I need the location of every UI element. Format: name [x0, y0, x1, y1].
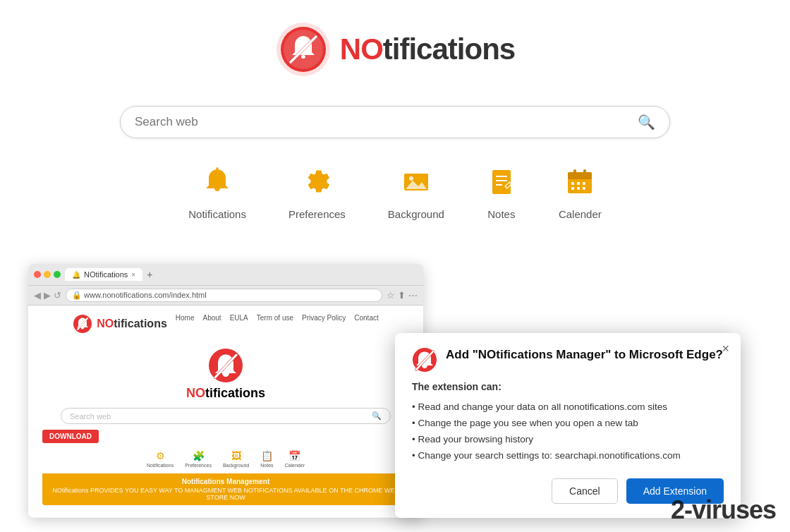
browser-tab[interactable]: 🔔 NOtifications ×: [65, 268, 142, 281]
nav-item-background[interactable]: Background: [388, 167, 444, 220]
nav-item-preferences[interactable]: Preferences: [288, 167, 346, 220]
browser-nav-btns: ◀ ▶ ↺: [34, 290, 61, 301]
svg-rect-21: [577, 187, 580, 190]
mini-search-placeholder: Search web: [70, 412, 111, 421]
browser-chrome: 🔔 NOtifications × +: [28, 264, 423, 286]
svg-rect-18: [577, 182, 580, 185]
mini-nav-notifications[interactable]: ⚙ Notifications: [147, 450, 174, 468]
mini-big-text: NOtifications: [186, 386, 265, 401]
mini-search-bar[interactable]: Search web 🔍: [61, 408, 391, 424]
dialog-subtitle: The extension can:: [412, 381, 724, 392]
dialog-header: Add "NOtifications Manager" to Microsoft…: [412, 347, 724, 373]
tab-favicon: 🔔: [72, 271, 80, 279]
extension-dialog: Add "NOtifications Manager" to Microsoft…: [395, 333, 741, 518]
mini-big-icon: [208, 348, 243, 383]
dot-minimize[interactable]: [44, 271, 51, 278]
star-btn[interactable]: ☆: [387, 290, 395, 301]
top-section: NOtifications 🔍 Notifications: [0, 0, 790, 220]
menu-btn[interactable]: ⋯: [408, 290, 418, 301]
nav-eula[interactable]: EULA: [230, 314, 248, 341]
svg-rect-22: [583, 187, 585, 190]
svg-rect-3: [301, 55, 305, 59]
mini-nav-icons: ⚙ Notifications 🧩 Preferences 🖼 Backgrou…: [147, 450, 305, 468]
permission-3: • Read your browsing history: [412, 432, 724, 448]
browser-content: NOtifications Home About EULA Term of us…: [28, 306, 423, 517]
new-tab-btn[interactable]: +: [147, 269, 152, 280]
refresh-btn[interactable]: ↺: [54, 290, 61, 301]
search-bar[interactable]: 🔍: [120, 106, 670, 138]
permission-4: • Change your search settings to: search…: [412, 448, 724, 464]
nav-privacy[interactable]: Privacy Policy: [302, 314, 346, 341]
permission-2: • Change the page you see when you open …: [412, 416, 724, 432]
svg-rect-20: [571, 187, 574, 190]
mini-nav-prefs[interactable]: 🧩 Preferences: [185, 450, 212, 468]
nav-terms[interactable]: Term of use: [257, 314, 293, 341]
nav-label-background: Background: [388, 208, 444, 220]
mini-notes-label: Notes: [260, 463, 273, 468]
svg-point-8: [409, 176, 413, 181]
address-bar[interactable]: 🔒 www.nonotifications.com/index.html: [66, 289, 382, 302]
mini-nav-notes[interactable]: 📋 Notes: [260, 450, 273, 468]
dialog-title: Add "NOtifications Manager" to Microsoft…: [446, 347, 723, 363]
mini-logo-text: NOtifications: [97, 318, 167, 330]
svg-rect-19: [583, 182, 585, 185]
nav-label-calender: Calender: [559, 208, 602, 220]
mini-nav-cal[interactable]: 📅 Calender: [285, 450, 305, 468]
notifications-icon: [202, 167, 232, 202]
mini-logo: NOtifications: [73, 314, 167, 334]
mini-cal-icon: 📅: [288, 450, 300, 461]
dialog-permissions: • Read and change your data on all nonot…: [412, 399, 724, 464]
mini-nav-bg[interactable]: 🖼 Background: [223, 450, 249, 468]
nav-item-notifications[interactable]: Notifications: [188, 167, 246, 220]
svg-rect-17: [571, 182, 574, 185]
svg-rect-15: [573, 169, 576, 175]
nav-about[interactable]: About: [203, 314, 221, 341]
svg-rect-16: [583, 169, 586, 175]
preferences-icon: [302, 167, 332, 202]
share-btn[interactable]: ⬆: [398, 290, 406, 301]
nav-label-preferences: Preferences: [288, 208, 346, 220]
cancel-button[interactable]: Cancel: [552, 478, 618, 504]
logo-no: NO: [340, 32, 383, 66]
dialog-logo-icon: [412, 347, 437, 373]
tab-close-btn[interactable]: ×: [131, 271, 135, 279]
dot-maximize[interactable]: [54, 271, 61, 278]
notes-icon: [487, 167, 516, 202]
svg-rect-14: [568, 172, 592, 179]
nav-icons: Notifications Preferences Background: [188, 167, 602, 220]
calender-icon: [565, 167, 595, 202]
nav-item-calender[interactable]: Calender: [559, 167, 602, 220]
tab-label: NOtifications: [84, 270, 128, 279]
mini-nav: NOtifications Home About EULA Term of us…: [73, 314, 378, 341]
mini-footer-title: Notifications Management: [49, 478, 402, 485]
logo-text: NOtifications: [340, 32, 515, 66]
svg-rect-6: [217, 167, 219, 170]
notifications-logo-icon: [275, 21, 332, 78]
address-text: www.nonotifications.com/index.html: [84, 291, 207, 299]
browser-screenshot: 🔔 NOtifications × + ◀ ▶ ↺ 🔒 www.nonotifi…: [28, 264, 423, 518]
logo-container: NOtifications: [275, 21, 515, 78]
permission-1: • Read and change your data on all nonot…: [412, 399, 724, 416]
nav-label-notifications: Notifications: [188, 208, 246, 220]
mini-bg-icon: 🖼: [231, 450, 241, 461]
dialog-close-btn[interactable]: ×: [722, 341, 729, 356]
svg-rect-9: [492, 170, 511, 194]
dot-close[interactable]: [34, 271, 41, 278]
nav-item-notes[interactable]: Notes: [487, 167, 516, 220]
watermark: 2-viruses: [671, 495, 776, 525]
mini-big-logo: NOtifications: [186, 348, 265, 401]
search-input[interactable]: [135, 115, 638, 129]
mini-bg-label: Background: [223, 463, 249, 468]
browser-addressbar: ◀ ▶ ↺ 🔒 www.nonotifications.com/index.ht…: [28, 286, 423, 306]
forward-btn[interactable]: ▶: [44, 290, 51, 301]
search-button[interactable]: 🔍: [638, 114, 655, 131]
back-btn[interactable]: ◀: [34, 290, 41, 301]
mini-logo-icon: [73, 314, 92, 334]
mini-prefs-icon: 🧩: [193, 450, 205, 461]
nav-contact[interactable]: Contact: [354, 314, 378, 341]
nav-home[interactable]: Home: [176, 314, 195, 341]
mini-cal-label: Calender: [285, 463, 305, 468]
mini-footer: Notifications Management NOtifications P…: [42, 473, 409, 505]
mini-download-btn[interactable]: DOWNLOAD: [42, 430, 99, 443]
logo-rest: tifications: [383, 32, 515, 66]
